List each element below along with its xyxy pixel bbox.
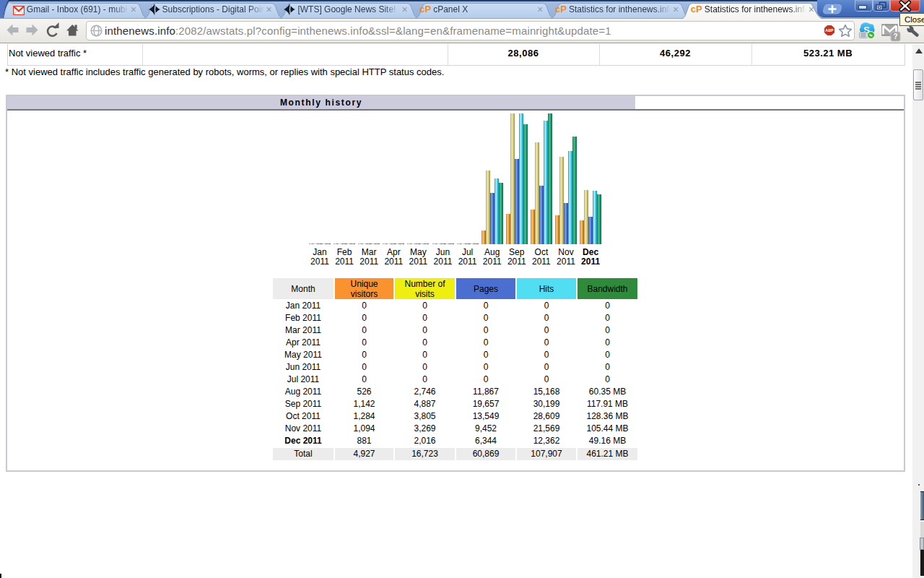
svg-text:?: ?	[893, 33, 897, 40]
svg-text:ABP: ABP	[825, 28, 834, 33]
